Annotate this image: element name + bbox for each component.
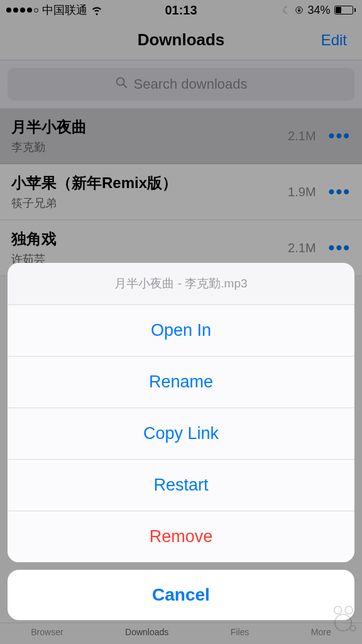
action-sheet: 月半小夜曲 - 李克勤.mp3 Open In Rename Copy Link…	[8, 263, 354, 620]
action-sheet-body: 月半小夜曲 - 李克勤.mp3 Open In Rename Copy Link…	[8, 263, 354, 562]
svg-point-6	[345, 606, 353, 614]
open-in-button[interactable]: Open In	[8, 305, 354, 357]
copy-link-button[interactable]: Copy Link	[8, 408, 354, 460]
svg-point-5	[334, 606, 342, 614]
remove-button[interactable]: Remove	[8, 511, 354, 562]
svg-point-4	[335, 614, 351, 631]
restart-button[interactable]: Restart	[8, 460, 354, 511]
rename-button[interactable]: Rename	[8, 357, 354, 408]
svg-point-7	[350, 626, 355, 631]
sheet-title: 月半小夜曲 - 李克勤.mp3	[8, 263, 354, 305]
cancel-button[interactable]: Cancel	[8, 570, 354, 620]
watermark-icon	[321, 600, 358, 640]
